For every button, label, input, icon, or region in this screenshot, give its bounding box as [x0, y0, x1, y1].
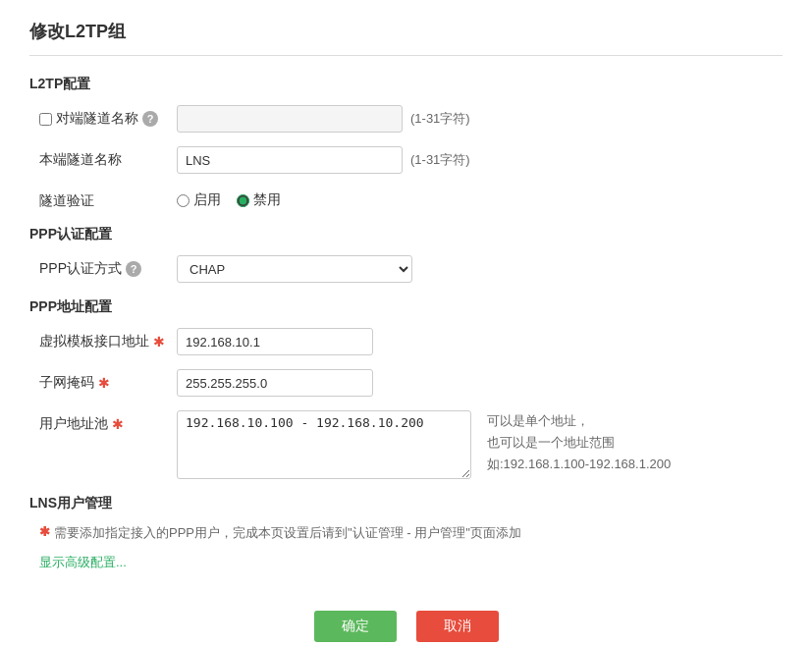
remote-tunnel-help-icon[interactable]: ? — [142, 111, 158, 127]
virtual-interface-label: 虚拟模板接口地址 ✱ — [39, 328, 177, 350]
subnet-mask-input[interactable] — [177, 369, 373, 397]
virtual-interface-required: ✱ — [153, 334, 165, 350]
tunnel-auth-disable-radio[interactable] — [237, 194, 249, 207]
remote-tunnel-row: 对端隧道名称 ? (1-31字符) — [29, 105, 783, 133]
ppp-auth-label: PPP认证方式 ? — [39, 255, 177, 278]
footer-buttons: 确定 取消 — [29, 611, 783, 646]
remote-tunnel-label: 对端隧道名称 ? — [39, 105, 177, 128]
subnet-mask-row: 子网掩码 ✱ — [29, 369, 783, 397]
user-ip-pool-hint-line2: 也可以是一个地址范围 — [487, 432, 671, 454]
section-lns-user: LNS用户管理 ✱ 需要添加指定接入的PPP用户，完成本页设置后请到"认证管理 … — [29, 495, 783, 542]
user-ip-pool-required: ✱ — [112, 416, 124, 432]
remote-tunnel-checkbox[interactable] — [39, 113, 52, 126]
subnet-mask-controls — [177, 369, 373, 397]
remote-tunnel-controls: (1-31字符) — [177, 105, 470, 133]
lns-user-title: LNS用户管理 — [29, 495, 783, 512]
local-tunnel-controls: (1-31字符) — [177, 146, 470, 174]
local-tunnel-input[interactable] — [177, 146, 403, 174]
subnet-mask-required: ✱ — [98, 375, 110, 391]
ppp-auth-select[interactable]: CHAP PAP MS-CHAP MS-CHAPv2 — [177, 255, 412, 283]
section-l2tp-config: L2TP配置 — [29, 76, 783, 93]
page-title: 修改L2TP组 — [29, 20, 783, 56]
lns-note-text: 需要添加指定接入的PPP用户，完成本页设置后请到"认证管理 - 用户管理"页面添… — [54, 524, 521, 542]
remote-tunnel-hint: (1-31字符) — [410, 110, 470, 128]
local-tunnel-label: 本端隧道名称 — [39, 146, 177, 169]
user-ip-pool-hint-line1: 可以是单个地址， — [487, 410, 671, 432]
local-tunnel-row: 本端隧道名称 (1-31字符) — [29, 146, 783, 174]
cancel-button[interactable]: 取消 — [416, 611, 499, 642]
lns-note-star: ✱ — [39, 524, 50, 539]
tunnel-auth-label: 隧道验证 — [39, 188, 177, 210]
ppp-auth-row: PPP认证方式 ? CHAP PAP MS-CHAP MS-CHAPv2 — [29, 255, 783, 283]
subnet-mask-label: 子网掩码 ✱ — [39, 369, 177, 392]
lns-user-note: ✱ 需要添加指定接入的PPP用户，完成本页设置后请到"认证管理 - 用户管理"页… — [29, 524, 783, 542]
tunnel-auth-enable-radio[interactable] — [177, 194, 189, 207]
tunnel-auth-enable-text: 启用 — [193, 191, 221, 209]
user-ip-pool-label: 用户地址池 ✱ — [39, 410, 177, 433]
user-ip-pool-hint-line3: 如:192.168.1.100-192.168.1.200 — [487, 454, 671, 475]
tunnel-auth-enable-label[interactable]: 启用 — [177, 191, 221, 209]
local-tunnel-hint: (1-31字符) — [410, 151, 470, 169]
virtual-interface-input[interactable] — [177, 328, 373, 355]
ppp-auth-controls: CHAP PAP MS-CHAP MS-CHAPv2 — [177, 255, 412, 283]
user-ip-pool-textarea[interactable]: 192.168.10.100 - 192.168.10.200 — [177, 410, 471, 479]
remote-tunnel-input[interactable] — [177, 105, 403, 133]
user-ip-pool-row: 用户地址池 ✱ 192.168.10.100 - 192.168.10.200 … — [29, 410, 783, 479]
tunnel-auth-row: 隧道验证 启用 禁用 — [29, 188, 783, 210]
section-ppp-address: PPP地址配置 — [29, 298, 783, 316]
virtual-interface-row: 虚拟模板接口地址 ✱ — [29, 328, 783, 355]
confirm-button[interactable]: 确定 — [314, 611, 397, 642]
tunnel-auth-disable-label[interactable]: 禁用 — [237, 191, 281, 209]
ppp-auth-help-icon[interactable]: ? — [126, 261, 141, 277]
tunnel-auth-controls: 启用 禁用 — [177, 188, 281, 209]
tunnel-auth-radio-group: 启用 禁用 — [177, 188, 281, 209]
user-ip-pool-hint: 可以是单个地址， 也可以是一个地址范围 如:192.168.1.100-192.… — [487, 410, 671, 475]
tunnel-auth-disable-text: 禁用 — [253, 191, 281, 209]
section-ppp-auth: PPP认证配置 — [29, 226, 783, 243]
user-ip-pool-controls: 192.168.10.100 - 192.168.10.200 可以是单个地址，… — [177, 410, 671, 479]
advanced-config-link[interactable]: 显示高级配置... — [29, 554, 127, 571]
remote-tunnel-checkbox-label[interactable]: 对端隧道名称 — [39, 110, 138, 128]
virtual-interface-controls — [177, 328, 373, 355]
